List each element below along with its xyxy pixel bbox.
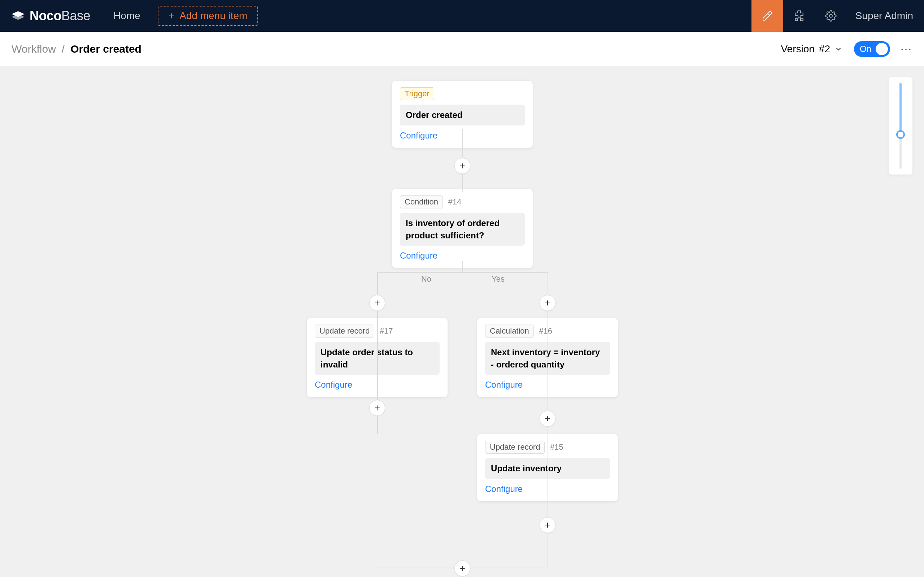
breadcrumb-current: Order created (70, 43, 142, 55)
chevron-down-icon (835, 45, 842, 53)
workflow-enabled-toggle[interactable]: On (854, 41, 890, 57)
top-nav: NocoBase Home + Add menu item Super Admi… (0, 0, 924, 32)
zoom-track (900, 83, 901, 169)
node-id: #15 (550, 443, 564, 451)
breadcrumb-workflow[interactable]: Workflow (11, 43, 56, 55)
add-node-button[interactable]: + (369, 295, 385, 311)
version-number: #2 (819, 43, 830, 55)
breadcrumb: Workflow / Order created (11, 43, 142, 55)
zoom-handle[interactable] (896, 130, 905, 139)
toggle-knob (876, 43, 888, 55)
node-title[interactable]: Order created (400, 105, 525, 126)
zoom-slider[interactable] (888, 77, 913, 174)
version-label: Version (781, 43, 814, 55)
nav-home[interactable]: Home (105, 10, 149, 22)
plus-icon: + (168, 10, 174, 22)
user-menu[interactable]: Super Admin (847, 10, 913, 22)
workflow-canvas[interactable]: No Yes Trigger Order created Configure +… (0, 66, 924, 577)
node-condition[interactable]: Condition #14 Is inventory of ordered pr… (392, 189, 533, 268)
add-node-button[interactable]: + (540, 517, 556, 533)
add-menu-item-button[interactable]: + Add menu item (158, 6, 258, 26)
branch-label-yes: Yes (492, 274, 505, 284)
connector (377, 272, 548, 272)
zoom-track-fill (900, 83, 901, 134)
configure-link[interactable]: Configure (400, 251, 525, 261)
settings-icon[interactable] (815, 0, 847, 32)
node-title[interactable]: Is inventory of ordered product sufficie… (400, 213, 525, 246)
add-node-button[interactable]: + (454, 561, 470, 576)
branch-label-no: No (421, 274, 431, 284)
design-mode-icon[interactable] (751, 0, 783, 32)
add-node-button[interactable]: + (369, 400, 385, 416)
version-selector[interactable]: Version #2 (781, 43, 842, 55)
node-tag-update-record: Update record (485, 441, 544, 454)
node-id: #14 (448, 197, 461, 206)
connector (462, 261, 463, 272)
logo-text: NocoBase (30, 8, 90, 23)
logo-icon (11, 10, 25, 21)
sub-header: Workflow / Order created Version #2 On ⋯ (0, 32, 924, 66)
node-tag-calculation: Calculation (485, 324, 534, 338)
add-menu-item-label: Add menu item (179, 10, 247, 22)
node-tag-condition: Condition (400, 195, 443, 208)
toggle-label: On (856, 44, 871, 54)
add-node-button[interactable]: + (540, 411, 556, 427)
node-id: #16 (539, 326, 552, 335)
breadcrumb-separator: / (62, 43, 65, 55)
add-node-button[interactable]: + (454, 158, 470, 174)
plugin-icon[interactable] (783, 0, 815, 32)
logo[interactable]: NocoBase (11, 8, 90, 23)
node-id: #17 (380, 326, 393, 335)
node-tag-trigger: Trigger (400, 87, 434, 100)
add-node-button[interactable]: + (540, 295, 556, 311)
node-tag-update-record: Update record (315, 324, 374, 338)
more-menu-icon[interactable]: ⋯ (900, 42, 913, 56)
svg-point-0 (829, 15, 832, 17)
